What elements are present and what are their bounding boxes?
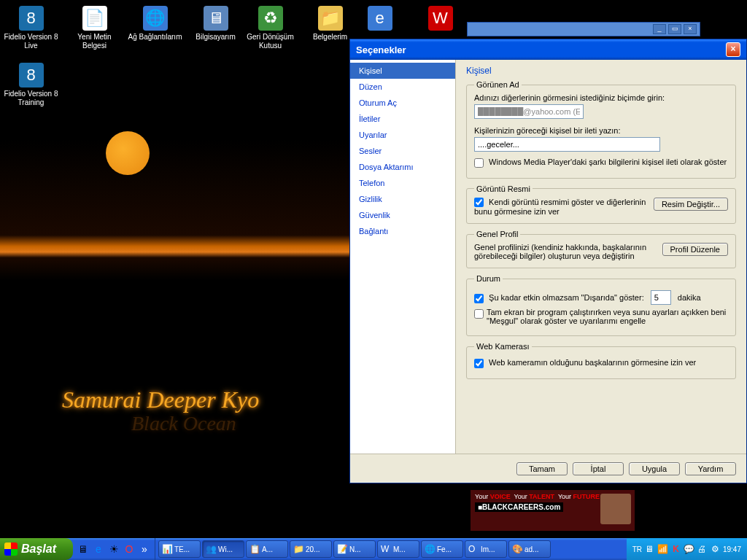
clock[interactable]: 19:47	[723, 545, 741, 553]
sidebar-item-dosya-aktarımı[interactable]: Dosya Aktarımı	[350, 159, 455, 175]
help-button[interactable]: Yardım	[685, 462, 736, 475]
language-indicator[interactable]: TR	[632, 545, 642, 553]
away-label-a: Şu kadar etkin olmazsam "Dışarıda" göste…	[489, 293, 644, 302]
taskbar-button[interactable]: 📝N...	[333, 540, 376, 558]
busy-checkbox[interactable]	[474, 309, 484, 319]
change-picture-button[interactable]: Resim Değiştir...	[654, 198, 728, 211]
task-label: Fe...	[437, 545, 452, 553]
windows-logo-icon	[4, 542, 18, 556]
group-legend: Durum	[474, 274, 503, 283]
desktop-icon[interactable]: e	[352, 6, 407, 33]
app-icon: 📁	[318, 6, 343, 31]
taskbar-button[interactable]: 📁20...	[290, 540, 332, 558]
taskbar-button[interactable]: OIm...	[465, 540, 507, 558]
app-icon: 📄	[82, 6, 107, 31]
task-label: M...	[393, 545, 406, 553]
group-legend: Görüntü Resmi	[474, 184, 533, 193]
tray-kaspersky-icon[interactable]: K	[670, 544, 681, 555]
taskbar-button[interactable]: 📊TE...	[158, 540, 201, 558]
desktop-icon[interactable]: 📄Yeni Metin Belgesi	[67, 6, 122, 50]
tray-icon[interactable]: 🖨	[697, 544, 708, 555]
task-icon: W	[381, 544, 391, 554]
tray-icon[interactable]: 💬	[684, 544, 694, 555]
display-name-input[interactable]	[474, 104, 584, 119]
sidebar-item-güvenlik[interactable]: Güvenlik	[350, 207, 455, 223]
bg-max-icon: ▭	[668, 24, 681, 34]
sidebar-item-bağlantı[interactable]: Bağlantı	[350, 223, 455, 239]
sidebar-item-gizlilik[interactable]: Gizlilik	[350, 191, 455, 207]
personal-message-input[interactable]	[474, 137, 660, 152]
task-buttons: 📊TE...👥Wi...📋A...📁20...📝N...WM...🌐Fe...O…	[155, 538, 627, 560]
ql-opera-icon[interactable]: O	[123, 542, 136, 556]
cancel-button[interactable]: İptal	[573, 462, 624, 475]
desktop-icon[interactable]: 🌐Ağ Bağlantılarım	[128, 6, 182, 42]
desktop-icon[interactable]: 📁Belgelerim	[303, 6, 357, 42]
desktop-icon[interactable]: W	[413, 6, 468, 33]
task-icon: O	[468, 544, 479, 554]
app-icon: e	[368, 6, 392, 31]
away-checkbox[interactable]	[474, 294, 484, 303]
sidebar-item-i̇letiler[interactable]: İletiler	[350, 111, 455, 127]
ql-desktop-icon[interactable]: 🖥	[77, 542, 90, 556]
icon-label: Yeni Metin Belgesi	[67, 33, 122, 50]
icon-label: Geri Dönüşüm Kutusu	[243, 33, 298, 50]
away-label-b: dakika	[678, 293, 701, 302]
dialog-title: Seçenekler	[356, 44, 406, 55]
sidebar-item-telefon[interactable]: Telefon	[350, 175, 455, 191]
task-icon: 📊	[162, 544, 172, 554]
ok-button[interactable]: Tamam	[516, 462, 568, 475]
webcam-checkbox[interactable]	[474, 359, 484, 368]
webcam-label: Web kameramın olduğunu başkalarının görm…	[489, 358, 696, 367]
task-label: TE...	[174, 545, 190, 553]
show-picture-label: Kendi görüntü resmimi göster ve diğerler…	[474, 198, 646, 217]
away-minutes-input[interactable]	[651, 290, 671, 305]
sidebar-item-kişisel[interactable]: Kişisel	[350, 63, 455, 79]
ql-ie-icon[interactable]: e	[92, 542, 105, 556]
tray-icon[interactable]: 📶	[657, 544, 668, 555]
ql-sun-icon[interactable]: ☀	[107, 542, 120, 556]
ad-banner[interactable]: Your VOICE Your TALENT Your FUTURE ■BLAC…	[471, 490, 635, 531]
group-legend: Genel Profil	[474, 230, 520, 238]
taskbar-button[interactable]: WM...	[377, 540, 419, 558]
taskbar-button[interactable]: 📋A...	[246, 540, 288, 558]
task-icon: 🎨	[512, 544, 522, 554]
taskbar-button[interactable]: 👥Wi...	[202, 540, 244, 558]
personal-message-label: Kişilerinizin göreceği kişisel bir ileti…	[474, 126, 728, 135]
taskbar: Başlat 🖥 e ☀ O » 📊TE...👥Wi...📋A...📁20...…	[0, 538, 747, 560]
desktop-icon[interactable]: 8Fidelio Version 8 Live	[4, 6, 58, 50]
wallpaper-text2: Black Ocean	[131, 412, 236, 435]
icon-label: Bilgisayarım	[188, 33, 243, 42]
desktop-icon[interactable]: 🖥Bilgisayarım	[188, 6, 243, 42]
start-button[interactable]: Başlat	[0, 538, 73, 560]
ad-image	[600, 494, 631, 524]
tray-icon[interactable]: ⚙	[710, 544, 721, 555]
desktop[interactable]: Samurai Deeper Kyo Black Ocean 8Fidelio …	[0, 0, 747, 560]
sidebar-item-düzen[interactable]: Düzen	[350, 79, 455, 95]
taskbar-button[interactable]: 🌐Fe...	[421, 540, 463, 558]
media-player-checkbox[interactable]	[474, 158, 484, 168]
icon-label: Fidelio Version 8 Live	[4, 33, 58, 50]
task-label: Wi...	[218, 545, 233, 553]
tray-icon[interactable]: 🖥	[644, 544, 655, 555]
task-icon: 📝	[337, 544, 347, 554]
task-icon: 📁	[293, 544, 303, 554]
desktop-icon[interactable]: 8Fidelio Version 8 Training	[4, 63, 58, 107]
close-icon[interactable]: ×	[726, 42, 740, 57]
start-label: Başlat	[21, 542, 56, 556]
taskbar-button[interactable]: 🎨ad...	[508, 540, 551, 558]
task-icon: 📋	[249, 544, 260, 554]
sidebar-item-uyarılar[interactable]: Uyarılar	[350, 127, 455, 143]
apply-button[interactable]: Uygula	[629, 462, 680, 475]
icon-label: Ağ Bağlantılarım	[128, 33, 182, 42]
status-group: Durum Şu kadar etkin olmazsam "Dışarıda"…	[466, 274, 736, 336]
group-legend: Görünen Ad	[474, 80, 522, 89]
show-picture-checkbox[interactable]	[474, 198, 484, 207]
edit-profile-button[interactable]: Profil Düzenle	[662, 243, 728, 256]
sidebar-item-sesler[interactable]: Sesler	[350, 143, 455, 159]
dialog-titlebar[interactable]: Seçenekler ×	[350, 39, 746, 60]
desktop-icon[interactable]: ♻Geri Dönüşüm Kutusu	[243, 6, 298, 50]
sidebar-item-oturum-aç[interactable]: Oturum Aç	[350, 95, 455, 111]
profile-group: Genel Profil Genel profilinizi (kendiniz…	[466, 230, 736, 268]
ql-chevron-icon[interactable]: »	[138, 542, 151, 556]
profile-text: Genel profilinizi (kendiniz hakkında, ba…	[474, 243, 655, 260]
